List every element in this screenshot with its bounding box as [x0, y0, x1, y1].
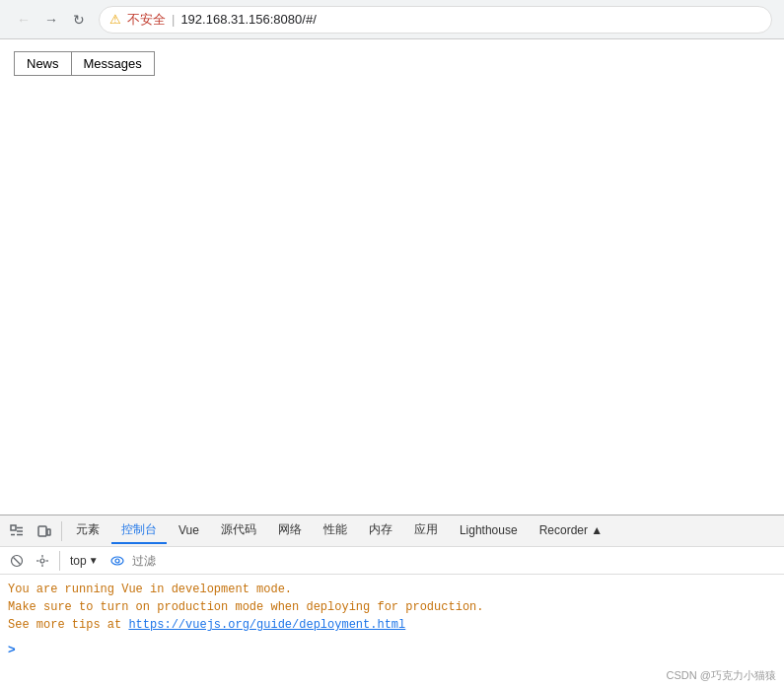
console-prompt: >: [0, 640, 784, 658]
svg-rect-0: [11, 525, 16, 530]
url-separator: |: [172, 12, 175, 27]
console-separator: [59, 551, 60, 571]
forward-button[interactable]: →: [39, 8, 63, 32]
clear-icon: [10, 554, 24, 568]
devtools-tab-recorder[interactable]: Recorder ▲: [530, 519, 613, 543]
eye-button[interactable]: [107, 550, 128, 572]
devtools-tab-console[interactable]: 控制台: [111, 517, 167, 544]
security-warning-icon: ⚠: [109, 12, 121, 27]
inspect-element-button[interactable]: [4, 518, 30, 544]
devtools-tab-application[interactable]: 应用: [404, 517, 448, 544]
svg-point-14: [111, 557, 123, 565]
prompt-arrow: >: [8, 642, 16, 656]
browser-chrome: ← → ↻ ⚠ 不安全 | 192.168.31.156:8080/#/: [0, 0, 784, 39]
devtools-panel: 元素 控制台 Vue 源代码 网络 性能 内存 应用 Lighthouse Re…: [0, 515, 784, 687]
context-dropdown-icon: ▼: [89, 555, 99, 566]
console-settings-button[interactable]: [32, 550, 53, 572]
device-icon: [37, 524, 51, 538]
console-link[interactable]: https://vuejs.org/guide/deployment.html: [128, 618, 405, 632]
toolbar-separator: [61, 521, 62, 541]
devtools-tab-sources[interactable]: 源代码: [211, 517, 266, 544]
inspect-icon: [10, 524, 24, 538]
devtools-tab-vue[interactable]: Vue: [169, 519, 209, 543]
devtools-tab-elements[interactable]: 元素: [66, 517, 109, 544]
context-selector[interactable]: top ▼: [66, 552, 103, 570]
settings-icon: [36, 554, 49, 568]
tab-news[interactable]: News: [14, 51, 71, 76]
devtools-toolbar: 元素 控制台 Vue 源代码 网络 性能 内存 应用 Lighthouse Re…: [0, 515, 784, 547]
clear-console-button[interactable]: [6, 550, 28, 572]
refresh-button[interactable]: ↻: [67, 8, 91, 32]
device-toggle-button[interactable]: [32, 518, 57, 544]
console-toolbar: top ▼: [0, 547, 784, 575]
watermark: CSDN @巧克力小猫猿: [667, 668, 776, 683]
svg-point-9: [40, 559, 44, 563]
svg-rect-6: [47, 529, 50, 535]
console-warning-text: You are running Vue in development mode.…: [8, 583, 483, 632]
devtools-tab-network[interactable]: 网络: [268, 517, 312, 544]
address-bar[interactable]: ⚠ 不安全 | 192.168.31.156:8080/#/: [99, 6, 772, 34]
svg-line-8: [14, 557, 21, 564]
eye-icon: [110, 556, 124, 566]
devtools-tab-performance[interactable]: 性能: [314, 517, 357, 544]
devtools-tab-memory[interactable]: 内存: [359, 517, 402, 544]
filter-input[interactable]: [132, 554, 778, 568]
security-label: 不安全: [127, 11, 166, 29]
back-button[interactable]: ←: [12, 8, 36, 32]
svg-rect-5: [38, 526, 46, 536]
svg-point-15: [115, 559, 119, 563]
devtools-tab-lighthouse[interactable]: Lighthouse: [450, 519, 528, 543]
nav-buttons: ← → ↻: [12, 8, 91, 32]
page-content: News Messages: [0, 39, 784, 513]
url-text: 192.168.31.156:8080/#/: [180, 12, 316, 27]
context-label: top: [70, 554, 87, 568]
nav-tabs: News Messages: [14, 51, 770, 76]
console-messages: You are running Vue in development mode.…: [0, 575, 784, 640]
tab-messages[interactable]: Messages: [71, 51, 155, 76]
